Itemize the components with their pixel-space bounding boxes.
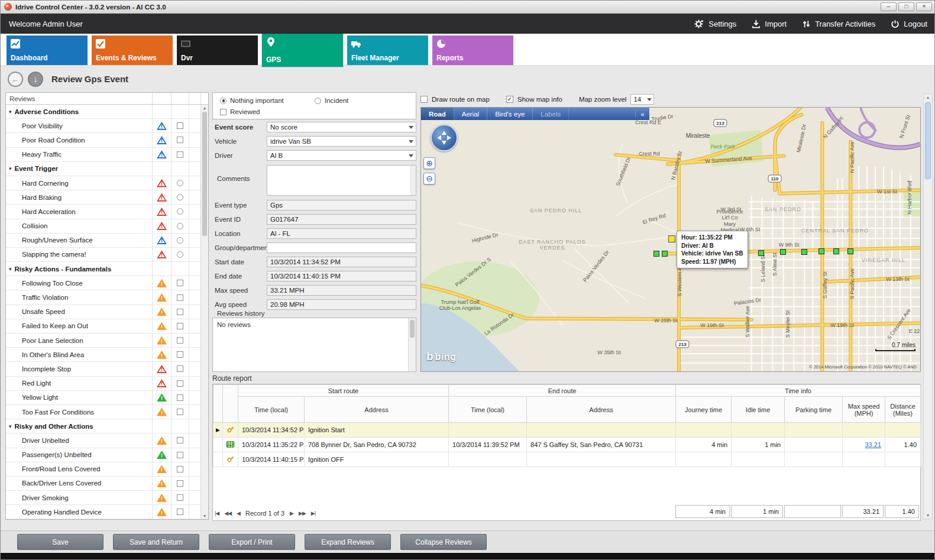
route-point-marker[interactable] xyxy=(833,248,839,254)
review-checkbox[interactable] xyxy=(177,380,183,387)
review-item-collision[interactable]: Collision! xyxy=(6,219,200,234)
review-group-adverse-conditions[interactable]: ▾Adverse Conditions xyxy=(6,105,200,119)
comments-textarea[interactable] xyxy=(267,165,416,196)
scroll-up-icon[interactable]: ▲ xyxy=(924,95,932,99)
review-checkbox[interactable] xyxy=(177,151,183,158)
review-item-red-light[interactable]: Red Light! xyxy=(6,377,200,391)
map-collapse-button[interactable]: « xyxy=(635,111,649,118)
route-point-marker[interactable] xyxy=(818,248,824,254)
tab-events-reviews[interactable]: Events & Reviews xyxy=(92,35,173,65)
save-and-return-button[interactable]: Save and Return xyxy=(113,534,199,550)
scroll-down-icon[interactable]: ▼ xyxy=(201,514,208,518)
review-item-operating-handled-device[interactable]: Operating Handled Device! xyxy=(6,505,200,519)
review-item-back-driver-lens-covered[interactable]: Back/Driver Lens Covered! xyxy=(6,477,200,491)
review-item-driver-unbelted[interactable]: Driver Unbelted! xyxy=(6,433,200,448)
max-speed-link[interactable]: 33.21 xyxy=(865,441,882,448)
collapse-caret-icon[interactable]: ▾ xyxy=(9,423,12,429)
import-button[interactable]: Import xyxy=(752,20,787,28)
route-point-marker[interactable] xyxy=(847,248,853,254)
review-item-poor-lane-selection[interactable]: Poor Lane Selection! xyxy=(6,334,200,348)
review-checkbox[interactable] xyxy=(177,337,183,344)
review-item-too-fast-for-conditions[interactable]: Too Fast For Conditions! xyxy=(6,405,200,419)
collapse-caret-icon[interactable]: ▾ xyxy=(9,109,12,115)
review-radio[interactable] xyxy=(177,208,183,215)
export-print-button[interactable]: Export / Print xyxy=(209,534,295,550)
draw-route-checkbox[interactable] xyxy=(420,96,428,103)
review-checkbox[interactable] xyxy=(177,509,183,515)
incident-radio[interactable]: Incident xyxy=(315,97,348,104)
last-record-button[interactable]: ▶| xyxy=(311,510,315,516)
review-item-passenger-s-unbelted[interactable]: Passenger(s) Unbelted! xyxy=(6,448,200,462)
map-view-bird-s-eye-button[interactable]: Bird's eye xyxy=(487,108,533,120)
maximize-button[interactable]: □ xyxy=(898,2,914,11)
route-point-marker[interactable] xyxy=(758,250,764,256)
review-group-risky-actions-fundamentals[interactable]: ▾Risky Actions - Fundamentals xyxy=(6,262,200,276)
save-button[interactable]: Save xyxy=(17,534,103,550)
review-item-yellow-light[interactable]: Yellow Light! xyxy=(6,391,200,405)
review-checkbox[interactable] xyxy=(177,280,183,286)
reviewed-checkbox[interactable]: Reviewed xyxy=(220,108,260,115)
window-scrollbar[interactable]: ▲ ▼ xyxy=(923,93,933,519)
review-checkbox[interactable] xyxy=(177,122,183,129)
route-report-row[interactable]: 10/3/2014 11:35:22 PM708 Bynner Dr, San … xyxy=(213,438,921,452)
reviews-history-scrollbar[interactable] xyxy=(408,318,416,371)
review-checkbox[interactable] xyxy=(177,294,183,301)
review-item-slapping-the-camera[interactable]: Slapping the camera!! xyxy=(6,248,200,262)
expand-reviews-button[interactable]: Expand Reviews xyxy=(305,534,391,550)
map-view-aerial-button[interactable]: Aerial xyxy=(454,108,487,120)
review-item-failed-to-keep-an-out[interactable]: Failed to Keep an Out! xyxy=(6,319,200,334)
map-compass-control[interactable] xyxy=(431,124,458,151)
zoom-out-button[interactable]: ⊖ xyxy=(423,173,435,184)
down-button[interactable]: ↓ xyxy=(28,72,43,87)
prev-page-button[interactable]: ◀◀ xyxy=(224,510,231,516)
show-map-info-checkbox[interactable]: ✓ xyxy=(506,96,513,103)
review-item-hard-cornering[interactable]: Hard Cornering! xyxy=(6,176,200,190)
review-checkbox[interactable] xyxy=(177,409,183,415)
review-checkbox[interactable] xyxy=(177,309,183,315)
review-radio[interactable] xyxy=(177,194,183,200)
review-item-incomplete-stop[interactable]: Incomplete Stop! xyxy=(6,362,200,376)
review-item-unsafe-speed[interactable]: Unsafe Speed! xyxy=(6,305,200,319)
zoom-in-button[interactable]: ⊕ xyxy=(423,157,435,169)
transfer-activities-button[interactable]: Transfer Activities xyxy=(802,20,875,28)
prev-record-button[interactable]: ◀ xyxy=(237,510,240,516)
next-record-button[interactable]: ▶ xyxy=(290,510,293,516)
map-view-labels-button[interactable]: Labels xyxy=(533,108,569,120)
review-group-risky-and-other-actions[interactable]: ▾Risky and Other Actions xyxy=(6,419,200,433)
route-point-marker[interactable] xyxy=(780,249,786,255)
review-checkbox[interactable] xyxy=(177,394,183,401)
review-item-in-other-s-blind-area[interactable]: In Other's Blind Area! xyxy=(6,348,200,362)
scroll-up-icon[interactable]: ▲ xyxy=(201,106,208,110)
review-item-hard-acceleration[interactable]: Hard Acceleration! xyxy=(6,205,200,219)
route-report-row[interactable]: 10/3/2014 11:40:15 PMIgnition OFF xyxy=(213,452,921,467)
collapse-reviews-button[interactable]: Collapse Reviews xyxy=(400,534,487,550)
review-radio[interactable] xyxy=(177,223,183,229)
review-checkbox[interactable] xyxy=(177,466,183,472)
review-item-following-too-close[interactable]: Following Too Close! xyxy=(6,276,200,290)
bing-map[interactable]: Trudie DrCrest Rd EN Front StPeck ParkMi… xyxy=(420,107,921,372)
reviews-scrollbar[interactable]: ▲ ▼ xyxy=(200,105,208,519)
review-item-poor-visibility[interactable]: Poor Visibility! xyxy=(6,119,200,133)
review-checkbox[interactable] xyxy=(177,437,183,444)
review-checkbox[interactable] xyxy=(177,494,183,501)
review-item-front-road-lens-covered[interactable]: Front/Road Lens Covered! xyxy=(6,462,200,477)
review-checkbox[interactable] xyxy=(177,323,183,329)
group-department-input[interactable] xyxy=(267,242,416,253)
route-report-row[interactable]: ▶10/3/2014 11:34:52 PMIgnition Start xyxy=(213,423,921,438)
review-item-driver-smoking[interactable]: Driver Smoking! xyxy=(6,491,200,505)
map-zoom-select[interactable]: 14 xyxy=(630,94,654,105)
route-point-marker[interactable] xyxy=(662,251,668,257)
logout-button[interactable]: Logout xyxy=(891,20,927,28)
driver-select[interactable]: Al B xyxy=(267,150,416,161)
collapse-caret-icon[interactable]: ▾ xyxy=(9,266,12,272)
route-point-marker[interactable] xyxy=(653,251,659,257)
first-record-button[interactable]: |◀ xyxy=(215,510,219,516)
review-radio[interactable] xyxy=(177,237,183,244)
tab-dvr[interactable]: Dvr xyxy=(177,35,258,65)
selected-point-marker[interactable] xyxy=(668,235,675,242)
minimize-button[interactable]: – xyxy=(881,2,897,11)
review-checkbox[interactable] xyxy=(177,351,183,358)
collapse-caret-icon[interactable]: ▾ xyxy=(9,166,12,171)
review-group-event-trigger[interactable]: ▾Event Trigger xyxy=(6,162,200,176)
back-button[interactable]: ← xyxy=(8,72,23,87)
